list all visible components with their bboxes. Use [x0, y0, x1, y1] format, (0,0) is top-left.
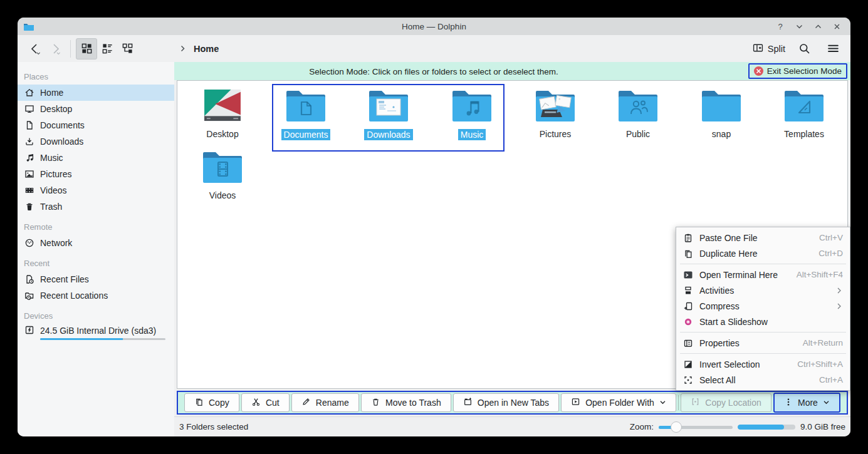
menu-item-duplicate-here[interactable]: Duplicate Here Ctrl+D: [676, 245, 850, 261]
breadcrumb-chevron-icon[interactable]: [179, 43, 186, 54]
sidebar-item-recent-locations[interactable]: Recent Locations: [18, 287, 174, 304]
file-item-videos[interactable]: Videos: [184, 150, 261, 200]
file-item-documents[interactable]: Documents: [267, 88, 345, 140]
drive-usage-bar: [40, 338, 165, 340]
free-space-label: 9.0 GiB free: [800, 422, 845, 431]
sidebar-item-music[interactable]: Music: [18, 150, 174, 166]
menu-item-properties[interactable]: Properties Alt+Return: [676, 335, 850, 351]
forward-button[interactable]: [45, 39, 65, 59]
home-icon: [24, 88, 34, 98]
menu-item-paste-one-file[interactable]: Paste One File Ctrl+V: [676, 230, 850, 245]
sidebar-item-recent-files[interactable]: Recent Files: [18, 271, 174, 287]
file-label: Videos: [209, 190, 236, 200]
film-icon: [24, 185, 34, 195]
back-button[interactable]: [25, 39, 45, 59]
tree-view-button[interactable]: [117, 39, 137, 59]
menu-item-compress[interactable]: Compress: [676, 298, 850, 314]
open-in-new-tabs-button[interactable]: Open in New Tabs: [453, 393, 559, 412]
sidebar-item-label: Pictures: [40, 169, 72, 179]
split-label: Split: [768, 44, 785, 54]
split-button[interactable]: Split: [753, 43, 785, 55]
devices-section-header: Devices: [18, 307, 174, 324]
file-label: Downloads: [364, 129, 412, 140]
sidebar-item-label: Videos: [40, 185, 67, 195]
sidebar-item-documents[interactable]: Documents: [18, 117, 174, 133]
search-button[interactable]: [794, 39, 814, 59]
file-item-pictures[interactable]: Pictures: [516, 88, 594, 139]
rename-button[interactable]: Rename: [291, 393, 359, 412]
videos-folder-icon: [202, 150, 243, 186]
sidebar-item-label: Recent Locations: [40, 291, 108, 301]
new-tab-icon: [463, 397, 473, 408]
copy-icon: [194, 397, 204, 408]
network-icon: [24, 238, 34, 248]
file-item-desktop[interactable]: Desktop: [184, 88, 261, 139]
selection-count: 3 Folders selected: [179, 422, 248, 431]
zoom-label: Zoom:: [630, 422, 654, 431]
file-label: Public: [626, 129, 650, 139]
copy-button[interactable]: Copy: [184, 393, 239, 412]
activities-icon: [683, 286, 693, 296]
templates-folder-icon: [784, 88, 824, 125]
more-button[interactable]: More: [773, 393, 840, 413]
open-folder-with-label: Open Folder With: [585, 398, 654, 408]
sidebar-item-label: Network: [40, 238, 72, 248]
window-title: Home — Dolphin: [18, 22, 850, 31]
toolbar-separator: [70, 40, 71, 58]
sidebar-item-pictures[interactable]: Pictures: [18, 166, 174, 182]
remote-section-header: Remote: [18, 219, 174, 235]
sidebar-item-label: 24.5 GiB Internal Drive (sda3): [40, 326, 156, 336]
more-label: More: [798, 398, 818, 408]
sidebar-item-network[interactable]: Network: [18, 235, 174, 251]
menu-separator: [680, 332, 846, 333]
file-label: Desktop: [206, 129, 238, 139]
chevron-down-icon: [823, 398, 830, 408]
hard-drive-icon: [24, 325, 34, 337]
menu-item-select-all[interactable]: Select All Ctrl+A: [676, 372, 850, 388]
document-icon: [24, 120, 34, 130]
menu-item-invert-selection[interactable]: Invert Selection Ctrl+Shift+A: [676, 356, 850, 372]
invert-selection-icon: [683, 359, 693, 369]
menu-item-start-a-slideshow[interactable]: Start a Slideshow: [676, 314, 850, 329]
rename-label: Rename: [316, 398, 349, 408]
move-to-trash-button[interactable]: Move to Trash: [361, 393, 451, 412]
compress-icon: [683, 301, 693, 311]
file-item-templates[interactable]: Templates: [765, 88, 843, 139]
zoom-slider-handle[interactable]: [671, 421, 682, 433]
desktop-background: Home — Dolphin ?: [0, 0, 868, 454]
exit-selection-mode-button[interactable]: Exit Selection Mode: [748, 63, 847, 79]
cut-button[interactable]: Cut: [241, 393, 290, 412]
menu-item-open-terminal-here[interactable]: Open Terminal Here Alt+Shift+F4: [676, 267, 850, 282]
slideshow-icon: [683, 317, 693, 327]
exit-selection-icon: [754, 66, 763, 76]
zoom-slider[interactable]: [659, 421, 733, 433]
file-item-downloads[interactable]: Downloads: [350, 88, 427, 140]
sidebar-item-trash[interactable]: Trash: [18, 199, 174, 215]
file-item-music[interactable]: Music: [433, 88, 511, 140]
recent-section-header: Recent: [18, 255, 174, 271]
breadcrumb-home[interactable]: Home: [194, 44, 219, 54]
sidebar-item-internal-drive[interactable]: 24.5 GiB Internal Drive (sda3): [18, 324, 174, 340]
menu-item-activities[interactable]: Activities: [676, 282, 850, 298]
icons-view-button[interactable]: [76, 38, 97, 59]
music-folder-icon: [452, 88, 492, 125]
sidebar-item-downloads[interactable]: Downloads: [18, 133, 174, 150]
hamburger-menu-button[interactable]: [823, 39, 843, 59]
submenu-arrow-icon: [835, 287, 843, 294]
public-folder-icon: [618, 88, 658, 125]
sidebar-item-desktop[interactable]: Desktop: [18, 101, 174, 117]
open-folder-with-button[interactable]: Open Folder With: [561, 393, 676, 412]
submenu-arrow-icon: [835, 302, 843, 310]
file-item-public[interactable]: Public: [599, 88, 677, 139]
file-label: Pictures: [540, 129, 572, 139]
sidebar-item-label: Recent Files: [40, 274, 89, 284]
file-label: Music: [458, 129, 486, 140]
copy-location-button[interactable]: Copy Location: [681, 393, 771, 412]
sidebar-item-videos[interactable]: Videos: [18, 182, 174, 199]
sidebar-item-home[interactable]: Home: [18, 85, 174, 101]
ellipsis-icon: [784, 398, 793, 408]
compact-view-button[interactable]: [97, 39, 117, 59]
titlebar[interactable]: Home — Dolphin ?: [18, 18, 850, 35]
file-item-snap[interactable]: snap: [682, 88, 760, 139]
places-section-header: Places: [18, 68, 174, 85]
